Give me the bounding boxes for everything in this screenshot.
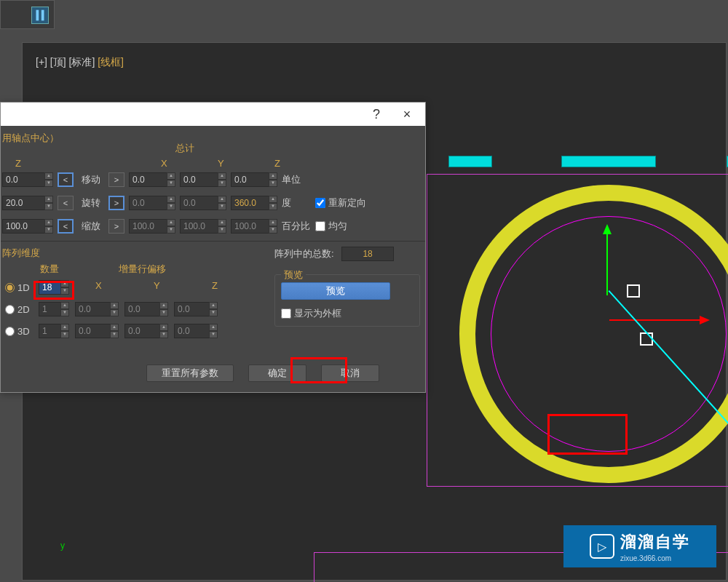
move-right-arrow[interactable]: >: [108, 172, 124, 187]
rot-z2-spinner[interactable]: ▲▼: [231, 196, 277, 210]
preview-button[interactable]: 预览: [281, 282, 390, 300]
move-label: 移动: [78, 173, 104, 186]
play-icon: ▷: [590, 534, 614, 559]
dim-y-header: Y: [154, 280, 160, 291]
rot-y2-spinner[interactable]: ▲▼: [180, 196, 226, 210]
array-total-section: 阵列中的总数: 18 预览 预览 显示为外框: [274, 247, 420, 327]
preview-group: 预览 预览 显示为外框: [274, 274, 420, 327]
pivot-center-label: 用轴点中心）: [2, 132, 59, 145]
rot-left-arrow[interactable]: <: [58, 196, 74, 210]
watermark-title: 溜溜自学: [620, 531, 690, 553]
top-rail-geometry: [448, 156, 726, 169]
scale-unit: 百分比: [282, 220, 311, 233]
move-z-spinner[interactable]: ▲▼: [2, 172, 53, 187]
dim-1d-radio[interactable]: 1D: [5, 282, 33, 293]
scale-label: 缩放: [78, 220, 104, 233]
gizmo-handle: [627, 284, 640, 298]
col-x-header: X: [161, 158, 167, 169]
svg-rect-1: [41, 10, 44, 21]
col-z-header: Z: [15, 158, 21, 169]
cancel-button[interactable]: 取消: [321, 364, 379, 382]
reorient-checkbox[interactable]: 重新定向: [315, 196, 366, 210]
dimensions-section: 阵列维度 数量 增量行偏移 X Y Z 1D ▲▼ 2D ▲▼ ▲▼ ▲▼ ▲▼…: [2, 247, 256, 341]
dim-2d-radio[interactable]: 2D: [5, 304, 33, 315]
dim-z-header: Z: [212, 280, 218, 291]
rot-x2-spinner[interactable]: ▲▼: [129, 196, 175, 210]
scale-y2-spinner[interactable]: ▲▼: [180, 219, 226, 234]
count-header: 数量: [40, 263, 59, 276]
rot-unit: 度: [282, 196, 311, 210]
rot-z-spinner[interactable]: ▲▼: [2, 196, 53, 210]
ok-button[interactable]: 确定: [248, 364, 306, 382]
move-row: ▲▼ < 移动 > ▲▼ ▲▼ ▲▼ 单位: [2, 172, 418, 187]
dim-3d-x[interactable]: ▲▼: [75, 324, 119, 338]
dim-3d-row: 3D ▲▼ ▲▼ ▲▼ ▲▼: [5, 324, 218, 338]
gizmo-y-axis: [606, 228, 608, 295]
close-button[interactable]: ×: [392, 104, 422, 124]
dim-3d-radio[interactable]: 3D: [5, 326, 33, 337]
dialog-titlebar[interactable]: ? ×: [1, 103, 425, 126]
top-toolbar: [0, 0, 55, 29]
col-y-header: Y: [218, 158, 224, 169]
scale-z2-spinner[interactable]: ▲▼: [231, 219, 277, 234]
move-x2-spinner[interactable]: ▲▼: [129, 172, 175, 187]
scale-z-spinner[interactable]: ▲▼: [2, 219, 53, 234]
dim-2d-y[interactable]: ▲▼: [124, 302, 168, 316]
move-y2-spinner[interactable]: ▲▼: [180, 172, 226, 187]
col-z2-header: Z: [274, 158, 280, 169]
scale-right-arrow[interactable]: >: [108, 219, 124, 234]
scale-x2-spinner[interactable]: ▲▼: [129, 219, 175, 234]
dim-1d-row: 1D ▲▼: [5, 280, 69, 295]
totals-header: 总计: [175, 142, 194, 155]
dim-2d-x[interactable]: ▲▼: [75, 302, 119, 316]
dimensions-title: 阵列维度: [2, 247, 256, 260]
dim-2d-row: 2D ▲▼ ▲▼ ▲▼ ▲▼: [5, 302, 218, 316]
axis-y-label: y: [60, 541, 65, 551]
dim-1d-count[interactable]: ▲▼: [39, 280, 69, 295]
array-total-value: 18: [341, 247, 394, 261]
align-tool-icon[interactable]: [31, 7, 49, 24]
rotate-label: 旋转: [78, 196, 104, 210]
svg-rect-0: [36, 10, 39, 21]
preview-legend: 预览: [281, 268, 306, 282]
array-dialog: ? × 用轴点中心） 总计 Z X Y Z ▲▼ < 移动 > ▲▼ ▲▼ ▲▼…: [0, 102, 426, 393]
dim-2d-count[interactable]: ▲▼: [39, 302, 69, 316]
watermark-subtitle: zixue.3d66.com: [620, 554, 690, 562]
uniform-checkbox[interactable]: 均匀: [315, 220, 347, 233]
gizmo-x-axis: [609, 319, 705, 321]
rot-right-arrow[interactable]: >: [108, 196, 124, 210]
help-button[interactable]: ?: [361, 104, 392, 124]
dim-2d-z[interactable]: ▲▼: [174, 302, 218, 316]
dim-3d-count[interactable]: ▲▼: [39, 324, 69, 338]
dialog-body: 用轴点中心） 总计 Z X Y Z ▲▼ < 移动 > ▲▼ ▲▼ ▲▼ 单位 …: [1, 126, 425, 392]
move-z2-spinner[interactable]: ▲▼: [231, 172, 277, 187]
offset-header: 增量行偏移: [119, 263, 166, 276]
reset-button[interactable]: 重置所有参数: [146, 364, 234, 382]
watermark-logo: ▷ 溜溜自学 zixue.3d66.com: [563, 525, 716, 567]
rotate-row: ▲▼ < 旋转 > ▲▼ ▲▼ ▲▼ 度 重新定向: [2, 196, 418, 210]
dim-3d-z[interactable]: ▲▼: [174, 324, 218, 338]
dim-x-header: X: [95, 280, 102, 291]
scale-row: ▲▼ < 缩放 > ▲▼ ▲▼ ▲▼ 百分比 均匀: [2, 219, 418, 234]
dim-3d-y[interactable]: ▲▼: [124, 324, 168, 338]
move-left-arrow[interactable]: <: [58, 172, 74, 187]
move-unit: 单位: [282, 173, 311, 186]
scale-left-arrow[interactable]: <: [58, 219, 74, 234]
array-total-label: 阵列中的总数:: [274, 248, 334, 259]
display-bbox-checkbox[interactable]: 显示为外框: [281, 307, 414, 320]
dialog-buttons: 重置所有参数 确定 取消: [146, 364, 379, 382]
